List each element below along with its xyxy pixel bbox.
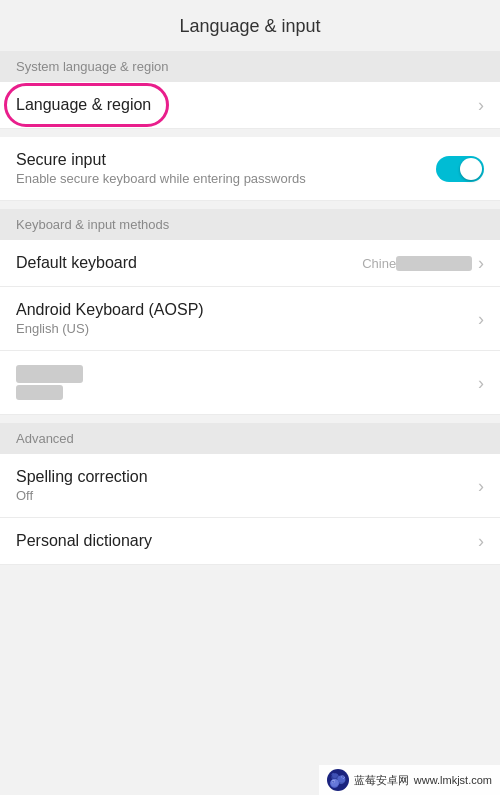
spelling-correction-title: Spelling correction bbox=[16, 468, 478, 486]
android-keyboard-item[interactable]: Android Keyboard (AOSP) English (US) › bbox=[0, 287, 500, 351]
blurred-keyboard-value bbox=[396, 256, 472, 271]
secure-input-toggle[interactable] bbox=[436, 156, 484, 182]
android-keyboard-subtitle: English (US) bbox=[16, 321, 478, 336]
watermark-text: 蓝莓安卓网 bbox=[354, 773, 409, 788]
watermark-emoji: 🫐 bbox=[329, 772, 346, 788]
language-region-item[interactable]: Language & region › bbox=[0, 82, 500, 129]
section-header-advanced: Advanced bbox=[0, 423, 500, 454]
spacer-1 bbox=[0, 129, 500, 137]
watermark: 🫐 蓝莓安卓网 www.lmkjst.com bbox=[319, 765, 500, 795]
secure-input-subtitle: Enable secure keyboard while entering pa… bbox=[16, 171, 436, 186]
secure-input-item[interactable]: Secure input Enable secure keyboard whil… bbox=[0, 137, 500, 201]
blurred-keyboard-item[interactable]: › bbox=[0, 351, 500, 415]
watermark-icon: 🫐 bbox=[327, 769, 349, 791]
chevron-icon: › bbox=[478, 96, 484, 114]
spelling-correction-value: Off bbox=[16, 488, 478, 503]
blurred-subtitle-text bbox=[16, 385, 63, 400]
secure-input-title: Secure input bbox=[16, 151, 436, 169]
section-header-system-language: System language & region bbox=[0, 51, 500, 82]
page-title: Language & input bbox=[0, 0, 500, 51]
personal-dictionary-title: Personal dictionary bbox=[16, 532, 478, 550]
chevron-icon: › bbox=[478, 310, 484, 328]
default-keyboard-item[interactable]: Default keyboard Chine › bbox=[0, 240, 500, 287]
section-header-keyboard: Keyboard & input methods bbox=[0, 209, 500, 240]
blurred-title-text bbox=[16, 365, 83, 383]
blurred-keyboard-subtitle bbox=[16, 385, 478, 400]
chevron-icon: › bbox=[478, 374, 484, 392]
spacer-3 bbox=[0, 415, 500, 423]
spacer-2 bbox=[0, 201, 500, 209]
spelling-correction-item[interactable]: Spelling correction Off › bbox=[0, 454, 500, 518]
default-keyboard-value: Chine bbox=[362, 256, 472, 271]
default-keyboard-title: Default keyboard bbox=[16, 254, 362, 272]
language-region-title: Language & region bbox=[16, 96, 478, 114]
personal-dictionary-item[interactable]: Personal dictionary › bbox=[0, 518, 500, 565]
watermark-url: www.lmkjst.com bbox=[414, 774, 492, 786]
chevron-icon: › bbox=[478, 254, 484, 272]
chevron-icon: › bbox=[478, 477, 484, 495]
blurred-keyboard-title bbox=[16, 365, 478, 383]
android-keyboard-title: Android Keyboard (AOSP) bbox=[16, 301, 478, 319]
chevron-icon: › bbox=[478, 532, 484, 550]
